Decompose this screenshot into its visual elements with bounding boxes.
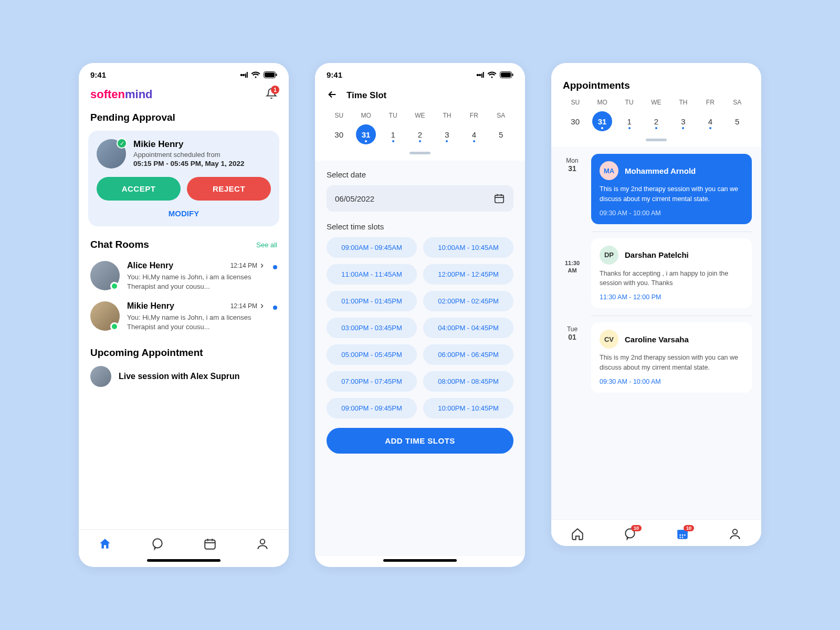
arrow-left-icon — [327, 89, 338, 100]
divider — [591, 232, 752, 232]
time-slot-option[interactable]: 08:00PM - 08:45PM — [423, 371, 513, 392]
day-label: SA — [733, 99, 741, 106]
day-label: WE — [651, 99, 661, 106]
pending-approval-title: Pending Approval — [79, 110, 289, 131]
appointments-title: Appointments — [551, 78, 761, 99]
day-column[interactable]: WE 2 — [643, 99, 669, 131]
tab-home[interactable] — [563, 527, 592, 541]
live-session-row[interactable]: Live session with Alex Suprun — [79, 363, 289, 390]
time-slot-option[interactable]: 12:00PM - 12:45PM — [423, 264, 513, 285]
time-slot-option[interactable]: 07:00PM - 07:45PM — [327, 371, 417, 392]
day-label: FR — [470, 112, 478, 119]
day-column[interactable]: WE 2 — [406, 112, 433, 144]
time-slot-option[interactable]: 01:00PM - 01:45PM — [327, 291, 417, 311]
see-all-link[interactable]: See all — [256, 241, 277, 249]
day-column[interactable]: FR 4 — [460, 112, 487, 144]
day-label: TU — [389, 112, 397, 119]
avatar[interactable]: ✓ — [97, 139, 126, 169]
tab-chat[interactable]: 10 — [615, 527, 645, 541]
status-time: 9:41 — [327, 70, 342, 79]
day-number: 3 — [673, 111, 693, 131]
chat-row[interactable]: Alice Henry 12:14 PM You: Hi,My name is … — [79, 256, 289, 296]
tab-profile[interactable] — [720, 527, 750, 541]
svg-rect-2 — [276, 74, 277, 76]
avatar — [90, 261, 120, 290]
time-slot-option[interactable]: 09:00AM - 09:45AM — [327, 237, 417, 258]
appointment-name: Mohammed Arnold — [625, 166, 696, 175]
event-dot — [365, 140, 367, 142]
day-column[interactable]: SA 5 — [488, 112, 514, 144]
event-dot — [709, 127, 711, 129]
chat-name: Alice Henry — [127, 261, 173, 270]
time-slot-option[interactable]: 06:00PM - 06:45PM — [423, 344, 513, 365]
tab-calendar[interactable]: 10 — [668, 527, 697, 541]
day-number: 1 — [383, 124, 403, 144]
tab-profile[interactable] — [248, 537, 277, 551]
day-number: 30 — [565, 111, 585, 131]
notifications-button[interactable]: 1 — [266, 88, 277, 101]
day-column[interactable]: TU 1 — [380, 112, 406, 144]
unread-indicator — [273, 306, 277, 310]
appointment-message: Thanks for accepting , i am happy to joi… — [600, 269, 743, 289]
chevron-right-icon — [258, 302, 266, 310]
day-column[interactable]: SU 30 — [562, 99, 589, 131]
chat-name: Mikie Henry — [127, 301, 174, 311]
home-indicator — [383, 559, 457, 562]
time-slot-option[interactable]: 11:00AM - 11:45AM — [327, 264, 417, 285]
upcoming-appointment-title: Upcoming Appointment — [79, 337, 289, 363]
day-column[interactable]: MO 31 — [352, 112, 379, 144]
appointment-row: Tue01 CV Caroline Varsaha This is my 2nd… — [561, 322, 752, 393]
date-input[interactable]: 06/05/2022 — [327, 185, 513, 212]
day-label: WE — [415, 112, 425, 119]
time-slot-option[interactable]: 05:00PM - 05:45PM — [327, 344, 417, 365]
appointment-message: This is my 2nd therapy session with you … — [600, 353, 743, 373]
drag-handle[interactable] — [410, 152, 430, 154]
time-slot-option[interactable]: 03:00PM - 03:45PM — [327, 318, 417, 338]
modify-button[interactable]: MODIFY — [97, 209, 271, 218]
time-slot-option[interactable]: 04:00PM - 04:45PM — [423, 318, 513, 338]
add-time-slots-button[interactable]: ADD TIME SLOTS — [327, 428, 513, 454]
day-number: 4 — [700, 111, 720, 131]
select-date-label: Select date — [327, 170, 513, 179]
event-dot — [655, 127, 657, 129]
appointment-card[interactable]: DP Darshan Patelchi Thanks for accepting… — [591, 238, 752, 309]
day-column[interactable]: SA 5 — [724, 99, 751, 131]
appointment-daynum: 01 — [568, 333, 576, 341]
reject-button[interactable]: REJECT — [187, 177, 271, 201]
chat-row[interactable]: Mikie Henry 12:14 PM You: Hi,My name is … — [79, 296, 289, 337]
day-label: TH — [443, 112, 451, 119]
drag-handle[interactable] — [646, 139, 667, 141]
appointment-time: 11:30 AM - 12:00 PM — [600, 293, 743, 301]
day-column[interactable]: TH 3 — [434, 112, 460, 144]
svg-point-16 — [679, 537, 681, 538]
event-dot — [392, 140, 394, 142]
screen-appointments: Appointments SU 30MO 31TU 1WE 2TH 3FR 4S… — [551, 63, 761, 546]
day-column[interactable]: FR 4 — [697, 99, 723, 131]
status-time: 9:41 — [90, 70, 106, 79]
pending-time: 05:15 PM - 05:45 PM, May 1, 2022 — [133, 160, 245, 167]
tab-home[interactable] — [90, 537, 120, 551]
status-bar: 9:41 — [315, 63, 525, 82]
day-column[interactable]: SU 30 — [326, 112, 352, 144]
accept-button[interactable]: ACCEPT — [97, 177, 181, 201]
back-button[interactable] — [327, 89, 338, 102]
appointment-card[interactable]: MA Mohammed Arnold This is my 2nd therap… — [591, 154, 752, 224]
time-slot-option[interactable]: 10:00AM - 10:45AM — [423, 237, 513, 258]
tab-bar — [79, 529, 289, 556]
day-column[interactable]: MO 31 — [589, 99, 615, 131]
day-column[interactable]: TU 1 — [616, 99, 643, 131]
select-slots-label: Select time slots — [327, 222, 513, 231]
appointment-name: Caroline Varsaha — [625, 335, 689, 344]
tab-calendar[interactable] — [195, 537, 225, 551]
tab-chat[interactable] — [143, 537, 172, 551]
appointment-card[interactable]: CV Caroline Varsaha This is my 2nd thera… — [591, 322, 752, 393]
brand-logo: softenmind — [90, 88, 153, 101]
time-slot-option[interactable]: 10:00PM - 10:45PM — [423, 398, 513, 418]
time-slot-option[interactable]: 09:00PM - 09:45PM — [327, 398, 417, 418]
chat-time: 12:14 PM — [230, 302, 266, 310]
time-slot-option[interactable]: 02:00PM - 02:45PM — [423, 291, 513, 311]
day-column[interactable]: TH 3 — [670, 99, 697, 131]
presence-dot-icon — [110, 282, 119, 290]
pending-user-name: Mikie Henry — [133, 139, 245, 150]
event-dot — [446, 140, 448, 142]
